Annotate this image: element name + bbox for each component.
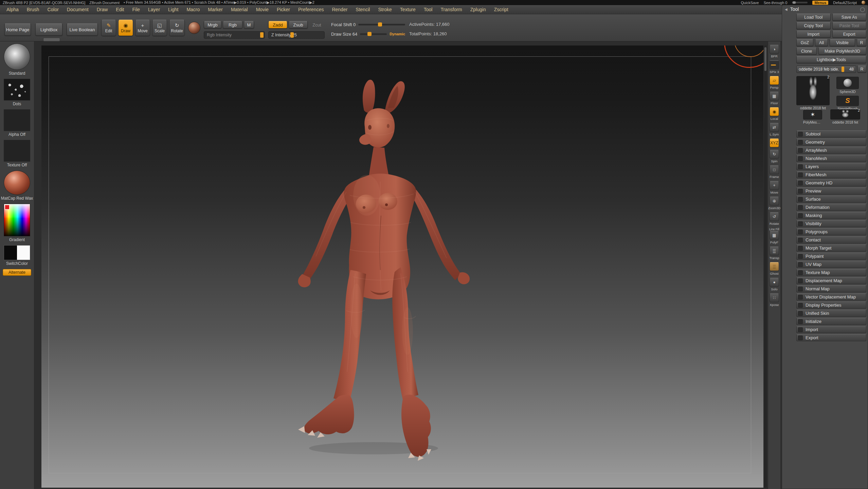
right-shelf-icon[interactable]: + — [770, 181, 779, 190]
tool-section-header[interactable]: Normal Map — [796, 285, 866, 292]
canvas-scrollbar[interactable] — [764, 46, 767, 488]
dynamic-toggle[interactable]: Dynamic — [390, 32, 405, 36]
tool-section-header[interactable]: Displacement Map — [796, 277, 866, 284]
draw-size-groove[interactable] — [360, 33, 387, 35]
tool-thumbnail[interactable]: 2 oddette 2018 fet — [796, 76, 830, 110]
tool-section-header[interactable]: Unified Skin — [796, 310, 866, 317]
tool-thumbnail-image[interactable] — [796, 76, 830, 105]
tool-section-header[interactable]: Vector Displacement Map — [796, 293, 866, 301]
see-through-slider[interactable] — [792, 2, 808, 3]
right-shelf-item[interactable]: SPix 3 — [768, 60, 780, 74]
focal-shift-slider[interactable]: Focal Shift 0 — [331, 21, 405, 28]
tool-section-header[interactable]: Texture Map — [796, 269, 866, 276]
left-shelf-item[interactable]: Standard — [0, 43, 34, 76]
rgb-intensity-nub[interactable] — [260, 32, 264, 38]
right-shelf-icon[interactable] — [770, 60, 779, 69]
current-material-thumbnail[interactable] — [188, 22, 200, 34]
right-shelf-item[interactable]: ● Solo — [768, 278, 780, 291]
tool-section-header[interactable]: Morph Target — [796, 244, 866, 252]
focal-shift-groove[interactable] — [358, 24, 405, 25]
goz-r-button[interactable]: R — [857, 39, 866, 46]
right-shelf-item[interactable]: ∷ Xpose — [768, 293, 780, 307]
collapse-panel-icon[interactable]: ◀ — [785, 7, 788, 11]
paste-tool-button[interactable]: Paste Tool — [832, 22, 867, 29]
live-boolean-button[interactable]: Live Boolean — [67, 23, 98, 36]
left-shelf-item[interactable]: Texture Off — [0, 140, 34, 167]
right-shelf-item[interactable]: ◉ Local — [768, 107, 780, 121]
left-shelf-item[interactable]: MatCap Red Wax — [0, 170, 34, 201]
menu-item[interactable]: Zscript — [491, 6, 511, 13]
move-button[interactable]: + Move — [135, 20, 150, 36]
clone-button[interactable]: Clone — [796, 48, 817, 55]
tool-section-header[interactable]: Export — [796, 334, 866, 341]
menu-item[interactable]: Movie — [253, 6, 272, 13]
rgb-button[interactable]: Rgb — [223, 21, 242, 29]
right-shelf-item[interactable]: ▱ Persp — [768, 76, 780, 89]
copy-tool-button[interactable]: Copy Tool — [796, 22, 831, 29]
menu-item[interactable]: Render — [329, 6, 350, 13]
right-shelf-icon[interactable]: ↻ — [770, 150, 779, 159]
menu-item[interactable]: Stencil — [352, 6, 373, 13]
goz-all-button[interactable]: All — [815, 39, 828, 46]
tool-thumbnail[interactable]: Sphere3D — [836, 77, 859, 94]
left-shelf-thumbnail[interactable] — [4, 170, 30, 195]
tool-thumbnail[interactable]: SimpleBrush — [836, 96, 859, 111]
lightbox-button[interactable]: LightBox — [35, 23, 62, 36]
home-page-button[interactable]: Home Page — [4, 23, 31, 36]
tool-section-header[interactable]: NanoMesh — [796, 155, 866, 162]
see-through-nub[interactable] — [793, 1, 796, 4]
sculpt-model-rabbit[interactable] — [289, 73, 492, 464]
left-shelf-thumbnail[interactable] — [4, 204, 30, 236]
menu-item[interactable]: Light — [165, 6, 181, 13]
zsub-button[interactable]: Zsub — [289, 21, 308, 29]
draw-size-slider[interactable]: Draw Size 64 Dynamic — [331, 31, 405, 37]
tool-section-header[interactable]: Contact — [796, 236, 866, 243]
menu-item[interactable]: Tool — [421, 6, 436, 13]
edit-button[interactable]: ✎ Edit — [101, 20, 116, 36]
menu-item[interactable]: Color — [44, 6, 61, 13]
menu-item[interactable]: Edit — [113, 6, 127, 13]
right-shelf-item[interactable]: + Move — [768, 181, 780, 194]
menu-item[interactable]: File — [129, 6, 143, 13]
menu-item[interactable]: Material — [228, 6, 251, 13]
menu-item[interactable]: Document — [64, 6, 92, 13]
active-tool-slider[interactable]: oddette 2018 feb side. 48 — [796, 66, 856, 73]
left-shelf-thumbnail[interactable] — [4, 245, 30, 260]
tool-section-header[interactable]: Visibility — [796, 220, 866, 227]
right-shelf-icon[interactable]: ▒ — [770, 247, 779, 255]
right-shelf-item[interactable]: □ Frame — [768, 165, 780, 179]
menus-toggle[interactable]: Menus — [812, 1, 828, 5]
document-canvas[interactable] — [41, 46, 763, 488]
right-shelf-icon[interactable]: ▦ — [770, 92, 779, 101]
rotate-button[interactable]: ↻ Rotate — [169, 20, 185, 36]
see-through-label[interactable]: See-through 0 — [764, 1, 788, 5]
menu-item[interactable]: Picker — [274, 6, 293, 13]
tool-section-header[interactable]: Surface — [796, 196, 866, 203]
tool-thumbnail[interactable]: PolyMesh3D — [803, 110, 822, 124]
right-shelf-item[interactable]: ▒ Transp — [768, 247, 780, 260]
export-button[interactable]: Export — [832, 31, 867, 38]
tool-section-header[interactable]: Deformation — [796, 204, 866, 211]
tool-section-header[interactable]: Layers — [796, 163, 866, 170]
right-shelf-icon[interactable]: ⊕ — [770, 197, 779, 205]
tool-section-header[interactable]: Preview — [796, 187, 866, 195]
tool-thumbnail[interactable]: 2 oddette 2018 fet — [830, 109, 860, 124]
left-shelf-item[interactable]: Dots — [0, 79, 34, 106]
left-shelf-item[interactable]: Gradient — [0, 204, 34, 242]
tool-thumbnail-image[interactable] — [836, 96, 859, 106]
tool-section-header[interactable]: UV Map — [796, 261, 866, 268]
left-shelf-item[interactable]: Alpha Off — [0, 109, 34, 137]
left-shelf-thumbnail[interactable] — [4, 79, 30, 101]
draw-button[interactable]: ◉ Draw — [118, 20, 133, 36]
rgb-intensity-slider[interactable]: Rgb Intensity — [204, 31, 265, 39]
tool-section-header[interactable]: FiberMesh — [796, 171, 866, 178]
zcut-button[interactable]: Zcut — [309, 21, 325, 29]
tool-thumbnail-image[interactable] — [803, 110, 822, 120]
tool-thumbnail-image[interactable] — [836, 77, 859, 89]
right-shelf-icon[interactable]: ◉ — [770, 107, 779, 116]
left-shelf-item[interactable]: SwitchColor — [0, 245, 34, 266]
left-shelf-thumbnail[interactable] — [4, 140, 30, 162]
right-shelf-icon[interactable]: ░ — [770, 262, 779, 271]
mrgb-button[interactable]: Mrgb — [204, 21, 221, 29]
tool-section-header[interactable]: Import — [796, 326, 866, 333]
